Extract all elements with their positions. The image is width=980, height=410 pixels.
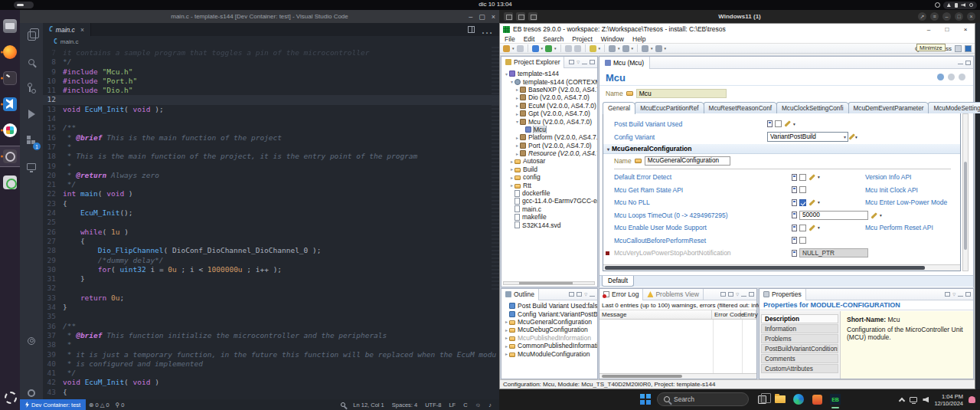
- vm-fullscreen-icon[interactable]: ↗: [918, 12, 926, 21]
- collapse-all-icon[interactable]: [569, 60, 574, 64]
- tab-outline[interactable]: Outline: [501, 289, 539, 300]
- dropdown-caret-icon[interactable]: ▾: [651, 46, 653, 51]
- language-mode[interactable]: C: [460, 402, 470, 408]
- tab-main-c[interactable]: C main.c ×: [43, 23, 91, 36]
- run-debug-icon[interactable]: [20, 101, 43, 127]
- software-center-icon[interactable]: [0, 172, 20, 192]
- dropdown-caret-icon[interactable]: ▾: [632, 46, 634, 51]
- minimize-panel-icon[interactable]: [590, 296, 595, 297]
- close-icon[interactable]: ×: [956, 25, 975, 34]
- minimize-panel-icon[interactable]: [958, 64, 963, 64]
- tree-item[interactable]: S32K144.svd: [501, 221, 597, 228]
- source-control-icon[interactable]: [20, 75, 43, 101]
- config-tab-mcuclocksettingconfi[interactable]: McuClockSettingConfi: [776, 102, 849, 113]
- edit-pencil-icon[interactable]: [808, 174, 815, 180]
- menu-window[interactable]: Window: [601, 35, 624, 43]
- tree-item[interactable]: ▾Mcu (V2.0.0, AS4.7.0): [501, 117, 597, 125]
- ports-indicator[interactable]: ⚲0: [113, 402, 128, 408]
- vscode-icon[interactable]: [0, 94, 20, 114]
- save-icon[interactable]: [517, 45, 524, 52]
- minimize-panel-icon[interactable]: [582, 64, 587, 64]
- dropdown-caret-icon[interactable]: ▾: [665, 46, 667, 51]
- properties-nav-postbuildvariantconditions[interactable]: PostBuildVariantConditions: [761, 344, 838, 353]
- notification-bell-icon[interactable]: [969, 396, 975, 403]
- minimize-icon[interactable]: –: [920, 25, 938, 34]
- column-header-entry[interactable]: Entry: [741, 310, 756, 319]
- maximize-panel-icon[interactable]: [965, 61, 971, 65]
- edit-pencil-icon[interactable]: [808, 199, 815, 205]
- checkbox[interactable]: [799, 174, 806, 181]
- edit-pencil-icon[interactable]: [808, 225, 815, 231]
- section-name-input[interactable]: McuGeneralConfiguration: [645, 156, 730, 166]
- redo-icon[interactable]: [574, 45, 581, 52]
- tree-item[interactable]: main.c: [501, 205, 597, 213]
- tree-item[interactable]: Post Build Variant Used:false: [501, 302, 597, 310]
- view-menu-icon[interactable]: ▽: [736, 292, 739, 297]
- tree-item[interactable]: Config Variant:VariantPostBuild: [501, 310, 597, 317]
- tree-item[interactable]: gcc-11.4.0-Earmv7GCC-eabi-x86_: [501, 197, 597, 205]
- menu-help[interactable]: Help: [632, 35, 645, 43]
- active-perspective-icon[interactable]: [965, 45, 972, 52]
- dropdown-caret-icon[interactable]: ▾: [818, 175, 820, 179]
- tree-item[interactable]: ▾template-s144 (CORTEXM, S32K1: [501, 77, 597, 85]
- minimize-icon[interactable]: –: [469, 13, 472, 21]
- tree-item[interactable]: ▸McuDebugConfiguration: [501, 326, 597, 333]
- close-icon[interactable]: ×: [492, 13, 495, 21]
- column-header-message[interactable]: Message: [599, 310, 712, 319]
- tray-chevron-icon[interactable]: [899, 398, 905, 404]
- zoom-indicator-icon[interactable]: [338, 402, 348, 407]
- vm-usb-icon[interactable]: [516, 12, 525, 21]
- column-header-error-code[interactable]: Error Code: [712, 310, 741, 319]
- explorer-icon[interactable]: [20, 23, 43, 49]
- split-editor-icon[interactable]: [468, 26, 475, 33]
- tree-item[interactable]: ▸Port (V2.0.0, AS4.7.0): [501, 142, 597, 149]
- config-tab-mcuresetreasonconf[interactable]: McuResetReasonConf: [704, 102, 777, 113]
- undo-icon[interactable]: [565, 45, 572, 52]
- nav1-icon[interactable]: [642, 45, 648, 52]
- checkbox[interactable]: [799, 199, 806, 206]
- minimap[interactable]: [492, 47, 499, 292]
- perspective-icon[interactable]: [955, 45, 962, 52]
- vertical-scrollbar[interactable]: [962, 113, 969, 271]
- tree-item[interactable]: ▸Autosar: [501, 157, 597, 165]
- verify-icon[interactable]: [545, 45, 552, 52]
- vm-maximize-icon[interactable]: □: [955, 12, 963, 21]
- horizontal-scrollbar[interactable]: [599, 373, 756, 379]
- dropdown-caret-icon[interactable]: ▾: [880, 213, 882, 218]
- workspace-indicator[interactable]: [14, 2, 34, 8]
- globe-icon[interactable]: [532, 45, 539, 52]
- task-view-icon[interactable]: [755, 392, 769, 406]
- clear-log-icon[interactable]: [728, 292, 733, 297]
- nav2-icon[interactable]: [655, 45, 662, 52]
- tab-default-variant[interactable]: Default: [602, 276, 634, 287]
- tree-item[interactable]: makefile: [501, 213, 597, 221]
- help-icon[interactable]: [948, 74, 955, 80]
- dropdown-caret-icon[interactable]: ▾: [818, 200, 820, 205]
- tree-item[interactable]: ▸McuModuleConfiguration: [501, 349, 597, 357]
- search-icon[interactable]: [20, 49, 43, 75]
- view-menu-icon[interactable]: ▽: [584, 292, 587, 297]
- properties-nav-description[interactable]: Description: [761, 314, 838, 323]
- checkbox[interactable]: [799, 225, 806, 231]
- tresos-titlebar[interactable]: EB tresos 29.0.0 - workspace: Z:\Workspa…: [500, 24, 975, 34]
- maximize-icon[interactable]: ▢: [479, 13, 485, 21]
- wizard-help-icon[interactable]: [959, 74, 965, 80]
- tree-item[interactable]: ▸Resource (V2.0.0, AS4.7.0): [501, 149, 597, 157]
- minimize-panel-icon[interactable]: [741, 296, 746, 297]
- store-app-icon[interactable]: [810, 392, 824, 406]
- vm-close-icon[interactable]: ×: [967, 12, 975, 21]
- vm-viewer-icon[interactable]: [0, 146, 20, 166]
- taskbar-clock[interactable]: 1:04 PM 12/10/2024: [934, 393, 963, 407]
- config-variant-select[interactable]: VariantPostBuild: [767, 132, 848, 142]
- system-tray[interactable]: [943, 2, 977, 9]
- value-input[interactable]: 50000: [799, 211, 868, 220]
- indentation[interactable]: Spaces: 4: [389, 402, 420, 408]
- tab-mcu-config[interactable]: Mcu (Mcu): [599, 57, 650, 69]
- dropdown-caret-icon[interactable]: ▾: [554, 46, 557, 51]
- extensions-icon[interactable]: 1: [20, 127, 43, 153]
- menu-project[interactable]: Project: [572, 35, 592, 43]
- search-input[interactable]: Search: [657, 392, 749, 406]
- bell-icon[interactable]: ♪: [485, 402, 495, 408]
- code-editor[interactable]: 7it contains a sample program that toggl…: [43, 47, 499, 409]
- vm-minimize-icon[interactable]: –: [942, 12, 951, 21]
